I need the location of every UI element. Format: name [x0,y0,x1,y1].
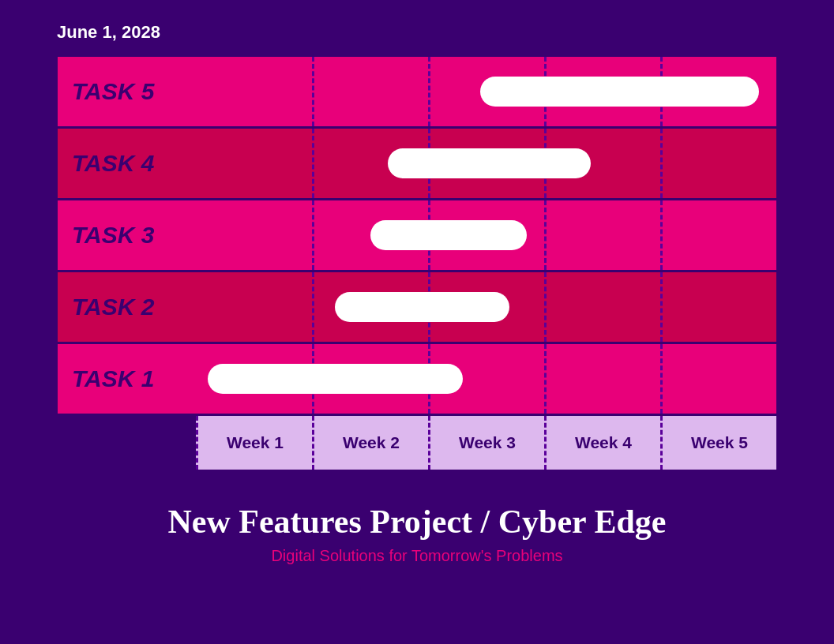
task-label-task3: TASK 3 [58,200,196,270]
week-col-5: Week 5 [660,416,776,470]
dashed-line [660,272,663,342]
task-timeline-task5 [196,57,776,126]
task-label-task5: TASK 5 [58,57,196,126]
dashed-line [312,57,314,126]
gantt-bar-task4 [388,148,591,178]
dashed-line [660,200,663,270]
task-row-task5: TASK 5 [58,57,776,126]
task-timeline-task3 [196,200,776,270]
dashed-line [544,200,547,270]
week-header-row: Week 1Week 2Week 3Week 4Week 5 [196,416,776,470]
date-label: June 1, 2028 [57,22,160,43]
project-subtitle: Digital Solutions for Tomorrow's Problem… [271,547,562,565]
task-label-task4: TASK 4 [58,129,196,198]
gantt-bar-task3 [370,220,527,250]
project-title: New Features Project / Cyber Edge [167,503,666,541]
task-timeline-task2 [196,272,776,342]
week-col-3: Week 3 [428,416,544,470]
dashed-line [312,272,314,342]
dashed-line [544,344,547,414]
gantt-bar-task2 [335,292,509,322]
task-timeline-task4 [196,129,776,198]
task-row-task4: TASK 4 [58,129,776,198]
gantt-bar-task5 [480,77,759,107]
dashed-line [428,57,430,126]
task-rows: TASK 5TASK 4TASK 3TASK 2TASK 1 [58,57,776,414]
dashed-line [312,129,314,198]
gantt-bar-task1 [208,364,463,394]
task-row-task3: TASK 3 [58,200,776,270]
task-row-task1: TASK 1 [58,344,776,414]
dashed-line [312,200,314,270]
task-timeline-task1 [196,344,776,414]
gantt-chart: TASK 5TASK 4TASK 3TASK 2TASK 1 Week 1Wee… [58,57,776,470]
task-label-task2: TASK 2 [58,272,196,342]
week-col-1: Week 1 [196,416,312,470]
week-col-2: Week 2 [312,416,428,470]
dashed-line [660,344,663,414]
task-label-task1: TASK 1 [58,344,196,414]
week-col-4: Week 4 [544,416,660,470]
dashed-line [544,272,547,342]
task-row-task2: TASK 2 [58,272,776,342]
dashed-line [660,129,663,198]
